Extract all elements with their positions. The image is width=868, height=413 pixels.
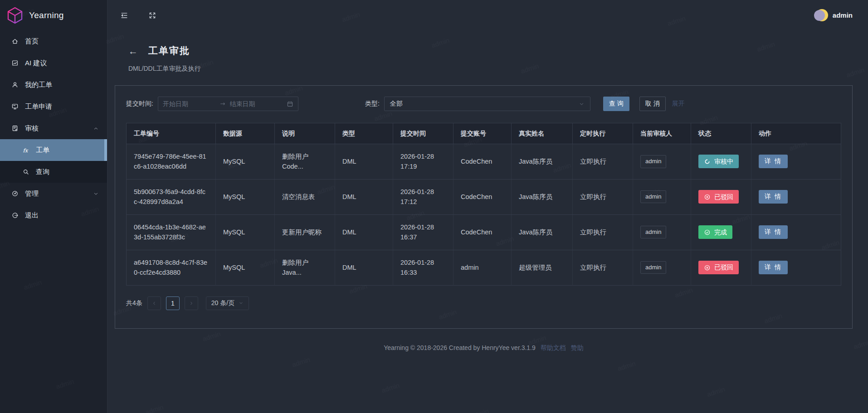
cell-description: 删除用户Code...: [275, 144, 335, 180]
page-size-select[interactable]: 20 条/页: [206, 296, 249, 310]
search-button[interactable]: 查 询: [603, 97, 629, 111]
table-header-row: 工单编号数据源说明类型提交时间提交账号真实姓名定时执行当前审核人状态动作: [127, 123, 841, 144]
sidebar-item-label: AI 建议: [25, 59, 47, 68]
chevron-up-icon: [93, 126, 99, 131]
type-select[interactable]: 全部: [384, 97, 590, 111]
status-badge: 已驳回: [698, 190, 739, 204]
chevron-left-icon: [151, 301, 157, 306]
column-header: 真实姓名: [512, 123, 573, 144]
sidebar-item-label: 首页: [25, 37, 39, 46]
footer: Yearning © 2018-2026 Created by HenryYee…: [115, 344, 853, 352]
sidebar-item-order-apply[interactable]: 工单申请: [0, 96, 107, 117]
table-row: 5b900673-f6a9-4cdd-8fcc-428997d8a2a4MySQ…: [127, 179, 841, 214]
yearning-logo-icon: [6, 6, 24, 24]
sidebar-item-logout[interactable]: 退出: [0, 204, 107, 226]
content-panel: 提交时间: 类型: 全部 查 询 取 消 展开: [115, 85, 853, 329]
check-circle-icon: [704, 229, 711, 236]
sidebar-item-audit-query[interactable]: 查询: [0, 161, 107, 183]
range-arrow-icon: [219, 101, 226, 107]
cell-order-id: 7945e749-786e-45ee-81c6-a1028eac06dd: [127, 144, 216, 180]
page-header: ← 工单审批: [128, 44, 853, 57]
cell-status: 完成: [691, 214, 751, 250]
sidebar-item-label: 我的工单: [25, 81, 52, 89]
back-arrow-icon[interactable]: ←: [128, 46, 138, 56]
status-badge: 审核中: [698, 155, 739, 168]
column-header: 动作: [751, 123, 841, 144]
cell-type: DML: [335, 144, 393, 180]
table-row: 06454cda-1b3e-4682-ae3d-155ab3728f3cMySQ…: [127, 214, 841, 250]
svg-text:fx: fx: [23, 147, 29, 154]
assessor-tag: admin: [640, 190, 666, 203]
collapse-sidebar-icon[interactable]: [120, 11, 128, 19]
column-header: 类型: [335, 123, 393, 144]
sidebar-item-label: 工单申请: [25, 102, 52, 111]
assessor-tag: admin: [640, 226, 666, 238]
cell-schedule: 立即执行: [573, 214, 633, 250]
column-header: 状态: [691, 123, 751, 144]
sidebar-item-ai-advice[interactable]: AI 建议: [0, 52, 107, 74]
cell-assessor: admin: [633, 214, 691, 250]
sidebar-item-audit[interactable]: 审核: [0, 117, 107, 139]
sidebar-item-my-orders[interactable]: 我的工单: [0, 74, 107, 96]
filter-bar: 提交时间: 类型: 全部 查 询 取 消 展开: [126, 97, 841, 111]
cell-schedule: 立即执行: [573, 144, 633, 180]
cell-real-name: Java陈序员: [512, 214, 573, 250]
chevron-down-icon: [239, 301, 244, 306]
sidebar-item-home[interactable]: 首页: [0, 30, 107, 52]
column-header: 当前审核人: [633, 123, 691, 144]
time-filter-label: 提交时间:: [126, 100, 153, 108]
sidebar-item-audit-order[interactable]: fx工单: [0, 139, 107, 161]
cell-schedule: 立即执行: [573, 179, 633, 214]
close-circle-icon: [704, 194, 711, 200]
chevron-down-icon: [93, 191, 99, 197]
footer-link[interactable]: 赞助: [571, 344, 584, 351]
detail-button[interactable]: 详 情: [759, 261, 788, 274]
cell-account: CodeChen: [454, 214, 512, 250]
logout-icon: [11, 212, 19, 219]
cell-description: 清空消息表: [275, 179, 335, 214]
start-date-input[interactable]: [163, 100, 216, 107]
end-date-input[interactable]: [229, 100, 283, 107]
cell-status: 已驳回: [691, 179, 751, 214]
cell-action: 详 情: [751, 179, 841, 214]
sidebar-item-manage[interactable]: 管理: [0, 183, 107, 204]
fullscreen-icon[interactable]: [148, 11, 156, 19]
footer-link[interactable]: 帮助文档: [541, 344, 566, 351]
user-menu[interactable]: admin: [814, 8, 853, 22]
sidebar-item-label: 查询: [36, 168, 49, 176]
date-range-picker[interactable]: [158, 97, 298, 111]
sidebar-item-label: 管理: [25, 189, 39, 198]
cell-action: 详 情: [751, 250, 841, 285]
type-filter-label: 类型:: [365, 100, 380, 108]
expand-link[interactable]: 展开: [672, 100, 685, 108]
detail-button[interactable]: 详 情: [759, 225, 788, 239]
detail-button[interactable]: 详 情: [759, 190, 788, 204]
column-header: 说明: [275, 123, 335, 144]
chevron-down-icon: [579, 101, 585, 107]
sidebar-item-label: 工单: [36, 146, 49, 155]
type-filter-group: 类型: 全部: [365, 97, 590, 111]
sidebar-menu: 首页AI 建议我的工单工单申请审核fx工单查询管理退出: [0, 30, 107, 413]
cell-real-name: Java陈序员: [512, 144, 573, 180]
cell-submit-time: 2026-01-28 17:19: [393, 144, 454, 180]
status-badge: 完成: [698, 225, 732, 239]
chart-icon: [11, 59, 19, 67]
pagination-prev-button[interactable]: [147, 296, 161, 310]
topbar: admin: [115, 0, 853, 30]
page-subtitle: DML/DDL工单审批及执行: [128, 65, 853, 73]
detail-button[interactable]: 详 情: [759, 155, 788, 168]
cell-source: MySQL: [216, 179, 275, 214]
pagination-page-1[interactable]: 1: [166, 296, 180, 310]
loading-icon: [704, 158, 711, 165]
pagination-next-button[interactable]: [185, 296, 198, 310]
column-header: 数据源: [216, 123, 275, 144]
search-icon: [22, 168, 29, 175]
cell-source: MySQL: [216, 214, 275, 250]
footer-text: Yearning © 2018-2026 Created by HenryYee…: [384, 344, 536, 351]
assessor-tag: admin: [640, 155, 666, 168]
cell-submit-time: 2026-01-28 16:37: [393, 214, 454, 250]
column-header: 提交时间: [393, 123, 454, 144]
cancel-button[interactable]: 取 消: [639, 97, 666, 111]
home-icon: [11, 38, 19, 45]
pagination-total: 共4条: [126, 299, 142, 307]
